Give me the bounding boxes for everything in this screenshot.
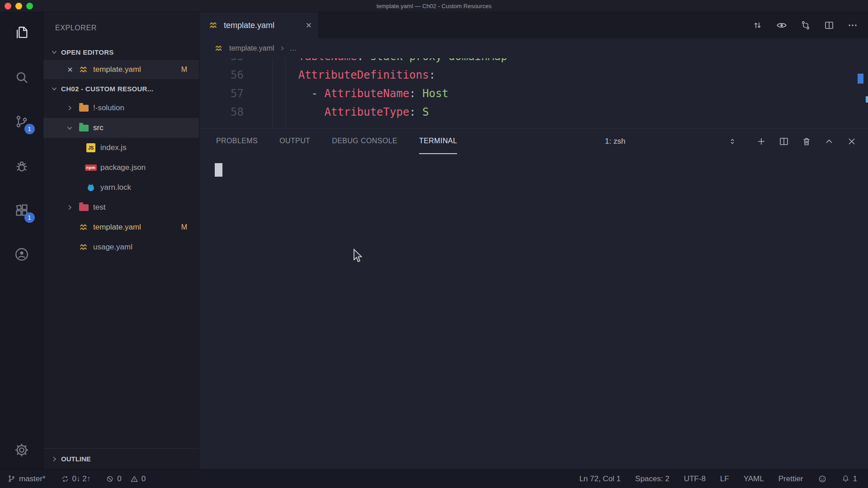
tab-terminal[interactable]: TERMINAL xyxy=(419,129,457,154)
open-editors-label: OPEN EDITORS xyxy=(61,48,114,56)
mouse-cursor xyxy=(352,249,363,264)
feedback-smiley-icon[interactable] xyxy=(818,474,827,483)
indent-guide xyxy=(272,58,273,128)
tree-item-src[interactable]: src xyxy=(43,118,199,138)
terminal-select[interactable]: 1: zsh xyxy=(605,137,737,146)
explorer-icon[interactable] xyxy=(11,22,33,44)
explorer-sidebar: EXPLORER OPEN EDITORS ✕ template.yaml M … xyxy=(43,12,199,469)
close-editor-icon[interactable]: ✕ xyxy=(66,66,74,74)
npm-file-icon: npm xyxy=(85,163,97,172)
scrollbar-marker[interactable] xyxy=(858,74,863,84)
code-line: 56 AttributeDefinitions: xyxy=(199,66,868,84)
traffic-lights xyxy=(5,3,33,9)
chevron-down-icon xyxy=(50,47,59,56)
close-panel-icon[interactable] xyxy=(846,136,857,147)
chevron-down-icon xyxy=(50,84,59,93)
git-branch-status[interactable]: master* xyxy=(7,474,46,483)
select-arrows-icon xyxy=(728,137,737,146)
git-sync-status[interactable]: 0↓ 2↑ xyxy=(61,474,91,483)
close-window-button[interactable] xyxy=(5,3,11,9)
indentation-setting[interactable]: Spaces: 2 xyxy=(635,474,670,483)
source-control-icon[interactable]: 1 xyxy=(11,111,33,132)
open-changes-icon[interactable] xyxy=(752,20,763,31)
zoom-window-button[interactable] xyxy=(26,3,33,9)
problems-status[interactable]: 0 0 xyxy=(106,474,146,483)
breadcrumb-more[interactable]: … xyxy=(290,44,297,52)
close-tab-icon[interactable]: ✕ xyxy=(306,21,312,30)
more-actions-icon[interactable] xyxy=(847,20,858,31)
yaml-file-icon xyxy=(213,44,225,53)
chevron-right-icon xyxy=(65,203,74,212)
bottom-panel: PROBLEMS OUTPUT DEBUG CONSOLE TERMINAL 1… xyxy=(199,128,868,469)
encoding-setting[interactable]: UTF-8 xyxy=(684,474,706,483)
javascript-file-icon: JS xyxy=(85,143,97,152)
terminal-select-value: 1: zsh xyxy=(605,137,625,146)
outline-label: OUTLINE xyxy=(61,455,91,463)
bell-icon xyxy=(841,474,850,483)
editor-tab-bar: template.yaml ✕ xyxy=(199,12,868,38)
warning-icon xyxy=(130,475,138,483)
branch-icon xyxy=(7,474,16,483)
preview-eye-icon[interactable] xyxy=(776,19,788,31)
tree-item-package-json[interactable]: npm package.json xyxy=(43,158,199,178)
tree-item-test[interactable]: test xyxy=(43,197,199,217)
extensions-badge: 1 xyxy=(24,212,35,223)
minimize-window-button[interactable] xyxy=(15,3,22,9)
terminal[interactable] xyxy=(199,154,868,469)
folder-test-icon xyxy=(78,203,90,212)
sync-icon xyxy=(61,475,69,483)
tree-item-usage-yaml[interactable]: usage.yaml xyxy=(43,237,199,257)
extensions-icon[interactable]: 1 xyxy=(11,199,33,221)
language-mode[interactable]: YAML xyxy=(744,474,764,483)
panel-header: PROBLEMS OUTPUT DEBUG CONSOLE TERMINAL 1… xyxy=(199,129,868,154)
tree-item-solution[interactable]: !-solution xyxy=(43,98,199,118)
settings-gear-icon[interactable] xyxy=(11,439,33,461)
yarn-file-icon xyxy=(85,183,97,192)
split-editor-icon[interactable] xyxy=(824,20,835,31)
formatter-status[interactable]: Prettier xyxy=(778,474,803,483)
editor-group: template.yaml ✕ xyxy=(199,12,868,469)
tree-item-index-js[interactable]: JS index.js xyxy=(43,138,199,158)
overview-ruler-marker xyxy=(866,96,868,103)
notifications-bell[interactable]: 1 xyxy=(841,474,857,483)
code-line: 58 AttributeType: S xyxy=(199,103,868,122)
title-bar: template.yaml — Ch02 - Custom Resources xyxy=(0,0,868,12)
chevron-down-icon xyxy=(65,123,74,132)
breadcrumb-file[interactable]: template.yaml xyxy=(229,44,274,52)
git-compare-icon[interactable] xyxy=(800,20,811,31)
live-share-icon[interactable] xyxy=(11,244,33,265)
folder-icon xyxy=(78,103,90,113)
open-editor-filename: template.yaml xyxy=(93,65,141,74)
tab-output[interactable]: OUTPUT xyxy=(279,129,310,154)
tab-template-yaml[interactable]: template.yaml ✕ xyxy=(199,12,319,38)
yaml-file-icon xyxy=(208,21,219,30)
folder-src-icon xyxy=(78,123,90,132)
sidebar-title: EXPLORER xyxy=(43,12,199,44)
split-terminal-icon[interactable] xyxy=(778,136,789,147)
tab-debug-console[interactable]: DEBUG CONSOLE xyxy=(332,129,397,154)
kill-terminal-trash-icon[interactable] xyxy=(801,136,812,147)
debug-icon[interactable] xyxy=(11,155,33,177)
project-section-header[interactable]: CH02 - CUSTOM RESOUR... xyxy=(43,79,199,98)
panel-controls: 1: zsh xyxy=(605,136,868,147)
yaml-file-icon xyxy=(78,223,90,232)
search-icon[interactable] xyxy=(11,66,33,88)
maximize-panel-icon[interactable] xyxy=(824,136,835,147)
outline-section-header[interactable]: OUTLINE xyxy=(43,448,199,469)
eol-setting[interactable]: LF xyxy=(720,474,729,483)
open-editor-item-template-yaml[interactable]: ✕ template.yaml M xyxy=(43,60,199,79)
tree-item-yarn-lock[interactable]: yarn.lock xyxy=(43,178,199,197)
chevron-right-icon xyxy=(50,455,59,464)
editor-actions xyxy=(752,12,868,38)
tree-item-template-yaml[interactable]: template.yaml M xyxy=(43,217,199,237)
breadcrumb[interactable]: template.yaml … xyxy=(199,38,868,58)
activity-bar: 1 1 xyxy=(0,12,43,469)
code-editor[interactable]: 55 TableName: stack-proxy-domainMap 56 A… xyxy=(199,58,868,128)
breadcrumb-chevron-icon xyxy=(279,45,285,52)
open-editors-header[interactable]: OPEN EDITORS xyxy=(43,44,199,60)
cursor-position[interactable]: Ln 72, Col 1 xyxy=(579,474,621,483)
tab-problems[interactable]: PROBLEMS xyxy=(216,129,258,154)
yaml-file-icon xyxy=(78,65,90,74)
new-terminal-icon[interactable] xyxy=(756,136,767,147)
chevron-right-icon xyxy=(65,103,74,113)
